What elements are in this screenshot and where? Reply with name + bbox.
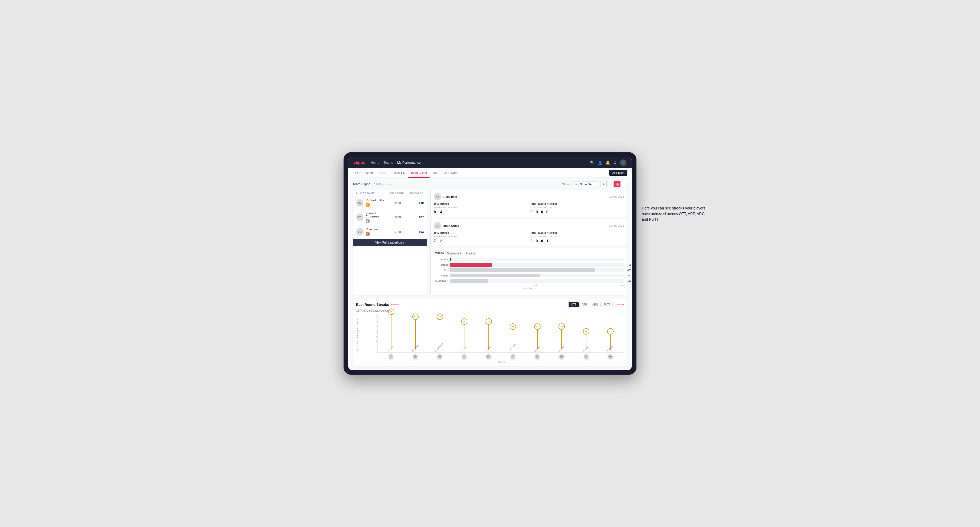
tablet-screen: clippd Home Teams My Performance 🔍 👤 🔔 ⚙…	[348, 157, 632, 370]
lb-score-3: 17/20	[387, 230, 408, 233]
player-card-header-rees: RB Rees Britt 02 Sep 2023	[434, 193, 624, 200]
bar-row-eagles: Eagles 3	[434, 258, 624, 261]
sub-nav-pga[interactable]: PGA	[377, 168, 388, 178]
filter-app[interactable]: APP	[579, 302, 589, 307]
lb-player-row[interactable]: EC Edward Crossman 2 18/20 107	[353, 210, 427, 226]
filter-arg[interactable]: ARG	[590, 302, 600, 307]
avatar-col-8: RB	[575, 354, 598, 360]
streak-avatars-row: EE BM DB JC RB EC DF MM RB CQ	[377, 352, 624, 360]
lb-avg-1: 110	[408, 201, 424, 205]
player-card-header-josh: JC Josh Coles 26 Aug 2023	[434, 222, 624, 229]
sub-nav: PGAT Players PGA Hcaps 1-5 Team Clippd T…	[348, 168, 632, 178]
streaks-section: Best Round Streaks OTT APP ARG PUTT	[353, 298, 627, 367]
lb-avg-2: 107	[408, 216, 424, 219]
putt-val-josh: 1	[546, 239, 548, 243]
rounds-practice-val-josh: 2	[440, 239, 442, 243]
rees-stats: Total Rounds Tournament Practice 8 4	[434, 203, 624, 214]
rees-name: Rees Britt	[444, 195, 457, 198]
filter-ott[interactable]: OTT	[568, 302, 579, 307]
streak-bar-group: 4x	[534, 323, 541, 349]
bar-label: Birdies	[434, 264, 449, 266]
edit-icon[interactable]: ✏	[390, 183, 392, 186]
putt-val-rees: 0	[546, 210, 548, 214]
nav-link-teams[interactable]: Teams	[383, 160, 393, 165]
view-leaderboard-button[interactable]: View Full Leaderboard	[353, 239, 427, 246]
sub-nav-teamclippd[interactable]: Team Clippd	[408, 168, 430, 178]
user-icon[interactable]: 👤	[598, 160, 602, 165]
lb-player-row[interactable]: RB Richard Butler 1 19/20 110	[353, 197, 427, 210]
app-label-j: APP	[537, 235, 542, 238]
grid-view-btn[interactable]: ⊞	[600, 181, 607, 187]
streak-chart-wrapper: Best Streak, Fairway Accuracy 76543210 7…	[356, 316, 624, 363]
settings-icon[interactable]: ⚙	[613, 160, 617, 165]
streak-bar-group: 5x	[485, 318, 492, 349]
bar-row-birdies: Birdies 96	[434, 263, 624, 267]
lb-player-row[interactable]: CM Cameron... 3 17/20 103	[353, 225, 427, 238]
streak-col-e.ebert: 7x E. Ebert	[380, 308, 402, 352]
bar-value: 499	[627, 269, 632, 271]
bar-row-pars: Pars 499	[434, 268, 624, 272]
bar-label: Pars	[434, 269, 449, 271]
sub-nav-tour[interactable]: Tour	[430, 168, 441, 178]
avatar-col-9: CQ	[599, 354, 622, 360]
bar-track: 3	[450, 258, 624, 261]
lb-score-2: 18/20	[387, 216, 408, 219]
streak-col-e.crossman: 4x E. Crossman	[502, 323, 525, 352]
search-icon[interactable]: 🔍	[590, 160, 595, 165]
rank-badge-1: 1	[366, 203, 370, 207]
player-avatar-2: EC	[356, 213, 363, 221]
streak-col-r.butler: 3x R. Butler	[575, 328, 598, 352]
sub-nav-pgat[interactable]: PGAT Players	[353, 168, 376, 178]
nav-actions: 🔍 👤 🔔 ⚙ 👤	[590, 159, 626, 166]
col-player-name: PLAYER NAME	[356, 192, 387, 195]
svg-marker-3	[623, 303, 624, 305]
bar-fill	[450, 263, 492, 267]
bar-track: 499	[450, 268, 624, 272]
col-pb-score: PB SCORE	[387, 192, 408, 195]
nav-link-myperformance[interactable]: My Performance	[397, 160, 420, 165]
show-controls: Show Last 3 months Last 6 months Last ye…	[562, 181, 627, 187]
app-label: APP	[537, 206, 542, 209]
ott-label-j: OTT	[530, 235, 535, 238]
nav-link-home[interactable]: Home	[371, 160, 379, 165]
x-axis-label: Players	[377, 360, 624, 363]
filter-putt[interactable]: PUTT	[601, 302, 613, 307]
player-card-josh: JC Josh Coles 26 Aug 2023 Total Rounds T…	[430, 219, 627, 246]
arg-val-josh: 0	[541, 239, 543, 243]
practice-type-btn[interactable]: Practice	[464, 252, 477, 256]
bar-track: 311	[450, 274, 624, 277]
y-axis-label: Best Streak, Fairway Accuracy	[356, 319, 359, 352]
rounds-practice-label-rees: Practice	[448, 206, 457, 209]
list-view-btn[interactable]: ≡	[607, 181, 614, 187]
y-axis-ticks: 76543210	[372, 316, 377, 352]
streak-col-m.miller: 4x M. Miller	[550, 323, 573, 352]
bar-track: 131	[450, 279, 624, 283]
show-label: Show	[562, 183, 570, 186]
logo: clippd	[354, 160, 365, 165]
detail-view-btn[interactable]: ↕	[621, 181, 627, 187]
streaks-filter-btns: OTT APP ARG PUTT	[568, 302, 624, 307]
bar-value: 96	[629, 264, 632, 266]
avatar-col-6: DF	[526, 354, 549, 360]
avatar-col-0: EE	[379, 354, 402, 360]
player-avatar-3: CM	[356, 228, 363, 236]
rounds-practice-val-rees: 4	[440, 210, 442, 214]
period-select[interactable]: Last 3 months Last 6 months Last year	[571, 181, 598, 187]
bar-fill	[450, 274, 540, 277]
rounds-title-rees: Total Rounds	[434, 203, 527, 205]
lb-score-1: 19/20	[387, 201, 408, 205]
player-avatar-streak-4: RB	[485, 354, 492, 360]
app-val-rees: 0	[536, 210, 538, 214]
add-team-button[interactable]: Add Team	[609, 170, 627, 176]
bar-label: Eagles	[434, 258, 449, 261]
bar-value: 131	[627, 279, 632, 282]
sub-nav-allplayers[interactable]: All Players	[442, 168, 461, 178]
avatar[interactable]: 👤	[620, 159, 626, 166]
axis-tick-0: 0	[450, 284, 451, 287]
sub-nav-hcaps[interactable]: Hcaps 1-5	[389, 168, 407, 178]
bell-icon[interactable]: 🔔	[606, 160, 610, 165]
streak-col-d.billingham: 6x D. Billingham	[428, 314, 451, 352]
tournament-type-btn[interactable]: Tournament	[445, 252, 463, 256]
bar-track: 96	[450, 263, 624, 267]
card-view-btn[interactable]: ▦	[614, 181, 620, 187]
